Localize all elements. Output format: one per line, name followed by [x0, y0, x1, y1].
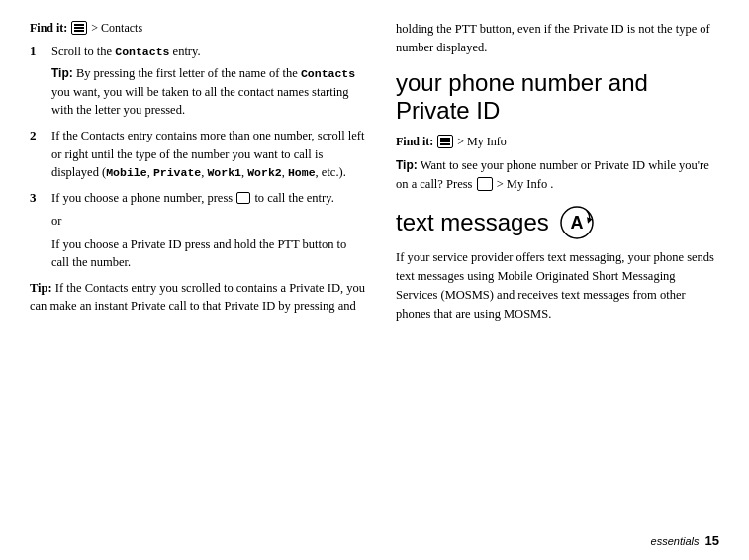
- step-3-content: If you choose a phone number, press to c…: [51, 189, 366, 271]
- left-column: Find it: > Contacts 1 Scroll to the Cont…: [30, 20, 366, 540]
- bottom-tip-text: If the Contacts entry you scrolled to co…: [30, 281, 365, 313]
- text-messages-header: text messages A: [396, 205, 719, 240]
- footer-page: 15: [705, 533, 719, 548]
- step-2-private: Private: [153, 166, 201, 179]
- menu-icon: [71, 21, 87, 35]
- step-1-keyword: Contacts: [115, 46, 169, 58]
- step-1-content: Scroll to the Contacts entry. Tip: By pr…: [51, 43, 366, 120]
- step-1-tip: Tip: By pressing the first letter of the…: [51, 64, 366, 119]
- step-2-content: If the Contacts entry contains more than…: [51, 127, 366, 181]
- menu-icon2: [437, 135, 453, 148]
- find-it-myinfo: Find it: > My Info: [396, 134, 719, 150]
- step-3-text: If you choose a phone number, press: [51, 191, 235, 205]
- footer-label: essentials: [651, 535, 700, 547]
- step-3-or: or: [51, 212, 366, 230]
- step-1-text-before: Scroll to the: [51, 45, 115, 58]
- step-1-number: 1: [30, 43, 44, 120]
- text-messages-section: text messages A If your service provider…: [396, 205, 719, 323]
- page-container: Find it: > Contacts 1 Scroll to the Cont…: [0, 0, 749, 560]
- find-it-label: Find it:: [30, 21, 67, 35]
- bottom-tip: Tip: If the Contacts entry you scrolled …: [30, 279, 366, 315]
- svg-text:A: A: [570, 213, 583, 233]
- text-messages-title: text messages: [396, 209, 549, 237]
- continuation-text: holding the PTT button, even if the Priv…: [396, 20, 719, 57]
- step-2-work2: Work2: [247, 166, 282, 179]
- find-it-path2: > My Info: [457, 135, 506, 148]
- step-2: 2 If the Contacts entry contains more th…: [30, 127, 366, 181]
- myinfo-tip-label: Tip:: [396, 158, 418, 172]
- text-messages-body: If your service provider offers text mes…: [396, 248, 719, 323]
- step-3-number: 3: [30, 189, 44, 271]
- menu-icon3: [477, 177, 493, 191]
- step-1: 1 Scroll to the Contacts entry. Tip: By …: [30, 43, 366, 120]
- title-line2: Private ID: [396, 97, 500, 124]
- step-2-end: , etc.).: [316, 165, 346, 179]
- step-2-home: Home: [288, 166, 316, 179]
- call-icon: [236, 192, 250, 204]
- step-2-mobile: Mobile: [106, 166, 146, 179]
- find-it-contacts: Find it: > Contacts: [30, 20, 366, 37]
- step-3: 3 If you choose a phone number, press to…: [30, 189, 366, 271]
- step-1-text-after: entry.: [169, 45, 200, 58]
- tip-1-label: Tip:: [51, 66, 73, 80]
- find-it-label2: Find it:: [396, 135, 433, 148]
- step-2-number: 2: [30, 127, 44, 181]
- myinfo-tip: Tip: Want to see your phone number or Pr…: [396, 156, 719, 194]
- bottom-tip-label: Tip:: [30, 281, 52, 295]
- step-3-text2: If you choose a Private ID press and hol…: [51, 237, 346, 269]
- tip-1-text2: you want, you will be taken to all the c…: [51, 85, 349, 117]
- tip-1-text: By pressing the first letter of the name…: [76, 66, 301, 80]
- text-messages-icon: A: [559, 205, 595, 240]
- tip-1-keyword: Contacts: [301, 67, 355, 80]
- footer: essentials 15: [651, 533, 719, 548]
- step-3-text-after: to call the entry.: [254, 191, 333, 205]
- right-column: holding the PTT button, even if the Priv…: [386, 20, 719, 540]
- steps-list: 1 Scroll to the Contacts entry. Tip: By …: [30, 43, 366, 271]
- title-line1: your phone number and: [396, 69, 648, 96]
- myinfo-tip-path: > My Info: [497, 177, 548, 191]
- myinfo-tip-period: .: [550, 177, 553, 191]
- phone-number-section: your phone number and Private ID Find it…: [396, 69, 719, 194]
- phone-number-title: your phone number and Private ID: [396, 69, 719, 127]
- find-it-path: > Contacts: [91, 21, 142, 35]
- step-2-work1: Work1: [207, 166, 241, 179]
